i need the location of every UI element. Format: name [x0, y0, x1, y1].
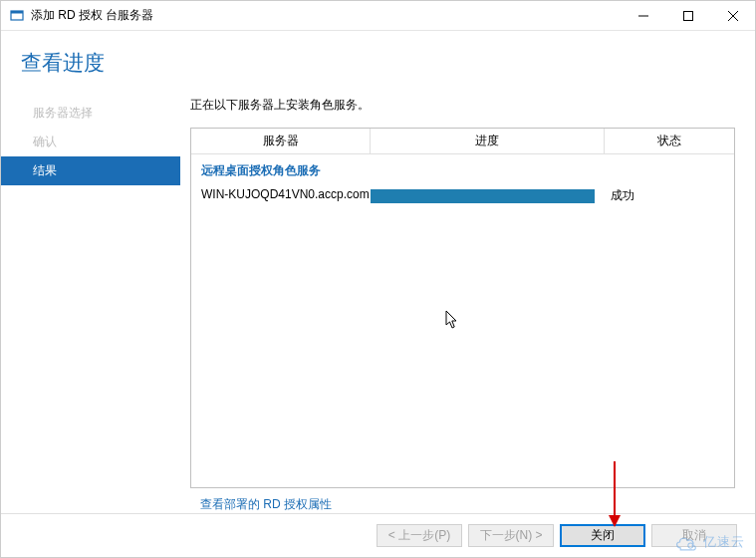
col-header-status: 状态 [605, 129, 734, 153]
maximize-button[interactable] [665, 1, 710, 30]
col-header-progress: 进度 [371, 129, 605, 153]
close-wizard-button[interactable]: 关闭 [560, 524, 645, 547]
page-title: 查看进度 [21, 49, 735, 77]
window-controls [621, 1, 755, 30]
titlebar: 添加 RD 授权 台服务器 [1, 1, 755, 31]
window-title: 添加 RD 授权 台服务器 [31, 7, 621, 24]
content-area: 正在以下服务器上安装角色服务。 服务器 进度 状态 远程桌面授权角色服务 WIN… [180, 91, 755, 513]
svg-rect-1 [11, 11, 23, 14]
svg-rect-3 [683, 11, 692, 20]
sidebar-item-confirm[interactable]: 确认 [1, 128, 180, 156]
results-panel: 服务器 进度 状态 远程桌面授权角色服务 WIN-KUJOQD41VN0.acc… [190, 128, 735, 488]
footer: < 上一步(P) 下一步(N) > 关闭 取消 [1, 513, 755, 557]
prev-button: < 上一步(P) [377, 524, 462, 547]
wizard-window: 添加 RD 授权 台服务器 查看进度 服务器选择 确认 结果 正在以下服务器上安… [0, 0, 756, 558]
sidebar: 服务器选择 确认 结果 [1, 91, 180, 513]
cancel-button: 取消 [651, 524, 737, 547]
section-title: 远程桌面授权角色服务 [191, 154, 734, 185]
table-header: 服务器 进度 状态 [191, 129, 734, 154]
body: 服务器选择 确认 结果 正在以下服务器上安装角色服务。 服务器 进度 状态 远程… [1, 91, 755, 513]
intro-text: 正在以下服务器上安装角色服务。 [190, 97, 735, 114]
table-row: WIN-KUJOQD41VN0.accp.com 成功 [191, 185, 734, 210]
row-progress [371, 187, 605, 203]
minimize-button[interactable] [621, 1, 665, 30]
progress-bar [371, 189, 595, 203]
row-server-name: WIN-KUJOQD41VN0.accp.com [201, 187, 371, 203]
view-properties-link[interactable]: 查看部署的 RD 授权属性 [200, 497, 332, 511]
sidebar-item-server-selection[interactable]: 服务器选择 [1, 99, 180, 128]
page-header: 查看进度 [1, 31, 755, 91]
col-header-server: 服务器 [191, 129, 371, 153]
sidebar-item-results[interactable]: 结果 [1, 156, 180, 185]
app-icon [9, 8, 25, 24]
close-button[interactable] [710, 1, 755, 30]
link-row: 查看部署的 RD 授权属性 [190, 488, 735, 513]
row-status: 成功 [605, 187, 724, 204]
next-button: 下一步(N) > [468, 524, 554, 547]
